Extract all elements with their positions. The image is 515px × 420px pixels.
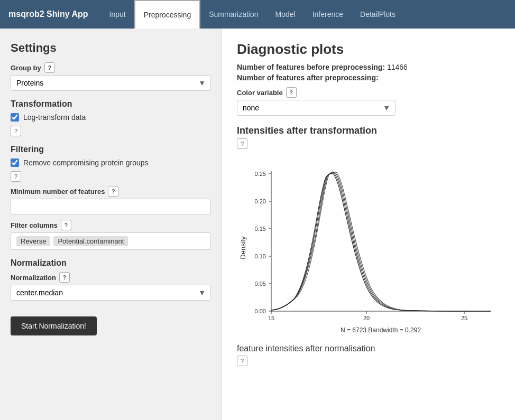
- nav-item-model[interactable]: Model: [267, 0, 304, 29]
- transformation-help[interactable]: ?: [11, 126, 21, 136]
- nav-item-inference[interactable]: Inference: [304, 0, 352, 29]
- group-by-help[interactable]: ?: [44, 62, 55, 73]
- feature-intensities-help[interactable]: ?: [237, 356, 247, 366]
- filtering-title: Filtering: [11, 145, 211, 154]
- group-by-field-label: Group by ?: [11, 62, 211, 73]
- filter-columns-label: Filter columns: [11, 221, 58, 229]
- filter-protein-groups-checkbox[interactable]: [11, 158, 19, 167]
- svg-text:0.25: 0.25: [255, 171, 266, 177]
- normalization-title: Normalization: [11, 258, 211, 268]
- log-transform-label: Log-transform data: [23, 113, 86, 122]
- nav-item-input[interactable]: Input: [101, 0, 134, 29]
- svg-text:20: 20: [363, 315, 370, 321]
- color-variable-field-label: Color variable ?: [237, 87, 500, 98]
- filter-columns-tags-input[interactable]: Reverse Potential.contaminant: [11, 232, 211, 250]
- features-after-label: Number of features after preprocessing:: [237, 73, 379, 82]
- sidebar: Settings Group by ? Proteins Peptides Mo…: [0, 29, 222, 420]
- log-transform-checkbox[interactable]: [11, 113, 19, 122]
- group-by-select[interactable]: Proteins Peptides Modified peptides: [11, 75, 211, 91]
- tag-reverse: Reverse: [16, 236, 50, 246]
- filter-columns-field-label: Filter columns ?: [11, 220, 211, 230]
- filter-columns-help[interactable]: ?: [61, 220, 71, 230]
- features-after-line: Number of features after preprocessing:: [237, 73, 500, 82]
- normalization-field-label: Normalization ?: [11, 272, 211, 283]
- svg-text:0.10: 0.10: [255, 253, 266, 259]
- normalization-select-wrap: center.median none quantile ▼: [11, 285, 211, 301]
- density-curve-1: [271, 173, 491, 311]
- intensities-title: Intensities after transformation: [237, 125, 500, 136]
- start-normalization-button[interactable]: Start Normalization!: [11, 316, 97, 335]
- density-curve-4: [271, 174, 491, 311]
- features-before-line: Number of features before preprocessing:…: [237, 63, 500, 71]
- sidebar-title: Settings: [11, 41, 211, 55]
- normalization-help[interactable]: ?: [59, 272, 70, 283]
- density-curve-3: [271, 172, 491, 311]
- svg-text:25: 25: [461, 315, 467, 321]
- svg-text:0.15: 0.15: [255, 226, 266, 232]
- features-before-value: 11466: [387, 63, 408, 71]
- features-before-label: Number of features before preprocessing:: [237, 63, 385, 71]
- svg-text:Density: Density: [239, 236, 247, 259]
- normalization-label: Normalization: [11, 274, 56, 282]
- min-features-label: Minimum number of features: [11, 188, 105, 195]
- nav-item-preprocessing[interactable]: Preprocessing: [134, 0, 201, 29]
- log-transform-row: Log-transform data: [11, 113, 211, 122]
- plot-stat-label: N = 6723 Bandwidth = 0.292: [341, 326, 421, 334]
- feature-intensities-title: feature intensities after normalisation: [237, 344, 500, 353]
- color-variable-select[interactable]: none: [237, 100, 396, 116]
- color-variable-label: Color variable: [237, 89, 283, 97]
- transformation-title: Transformation: [11, 99, 211, 109]
- svg-text:15: 15: [268, 315, 274, 321]
- page-title: Diagnostic plots: [237, 41, 500, 58]
- density-plot-container: Density 0.00 0.05 0.10 0.15 0.20: [237, 155, 500, 337]
- svg-text:0.05: 0.05: [255, 281, 266, 287]
- nav-item-detailplots[interactable]: DetailPlots: [352, 0, 404, 29]
- filtering-help[interactable]: ?: [11, 171, 21, 182]
- filter-protein-groups-label: Remove compromising protein groups: [23, 158, 149, 167]
- density-plot: Density 0.00 0.05 0.10 0.15 0.20: [237, 155, 501, 335]
- min-features-input[interactable]: 2: [11, 199, 211, 214]
- tag-potential-contaminant: Potential.contaminant: [53, 236, 128, 246]
- group-by-label: Group by: [11, 64, 41, 72]
- density-curve-2: [271, 172, 491, 311]
- main-content: Diagnostic plots Number of features befo…: [222, 29, 515, 420]
- nav-items: Input Preprocessing Summarization Model …: [101, 0, 404, 29]
- svg-text:0.20: 0.20: [255, 198, 266, 204]
- intensities-help[interactable]: ?: [237, 138, 247, 149]
- filter-protein-groups-row: Remove compromising protein groups: [11, 158, 211, 167]
- navbar: msqrob2 Shiny App Input Preprocessing Su…: [0, 0, 515, 29]
- color-variable-help[interactable]: ?: [286, 87, 297, 98]
- nav-item-summarization[interactable]: Summarization: [200, 0, 266, 29]
- min-features-help[interactable]: ?: [108, 186, 118, 197]
- color-variable-select-wrap: none ▼: [237, 100, 396, 116]
- app-brand: msqrob2 Shiny App: [8, 10, 88, 19]
- normalization-select[interactable]: center.median none quantile: [11, 285, 211, 301]
- main-layout: Settings Group by ? Proteins Peptides Mo…: [0, 29, 515, 420]
- group-by-select-wrap: Proteins Peptides Modified peptides ▼: [11, 75, 211, 91]
- svg-text:0.00: 0.00: [255, 308, 266, 314]
- min-features-field-label: Minimum number of features ?: [11, 186, 211, 197]
